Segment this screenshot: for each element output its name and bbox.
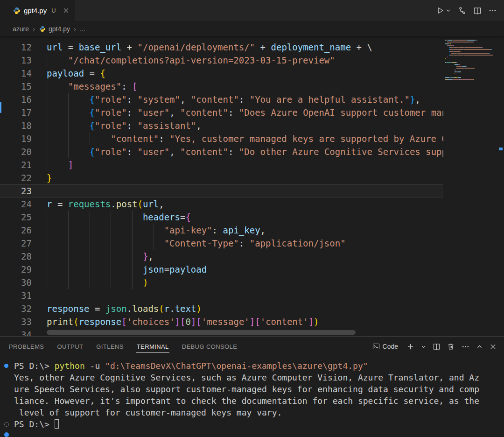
line-content: {"role": "assistant", (47, 119, 443, 132)
code-line[interactable]: 13"/chat/completions?api-version=2023-03… (0, 54, 443, 67)
close-panel-icon[interactable] (490, 343, 497, 350)
panel-tab-output[interactable]: OUTPUT (56, 340, 84, 353)
code-text: {"role": "system", "content": "You are a… (47, 93, 420, 106)
breadcrumb-label: gpt4.py (49, 25, 70, 33)
code-text: headers={ (47, 211, 191, 224)
line-number[interactable]: 20 (0, 145, 32, 158)
line-number[interactable]: 28 (0, 250, 32, 263)
terminal-text: PS D:\> (14, 361, 55, 371)
new-terminal-button[interactable] (407, 343, 414, 350)
panel-more-actions-icon[interactable] (462, 343, 469, 351)
line-number[interactable]: 25 (0, 211, 32, 224)
code-text: "api-key": api_key, (47, 224, 266, 237)
code-text: {"role": "assistant", (47, 119, 202, 132)
line-number[interactable]: 33 (0, 315, 32, 328)
code-line[interactable]: 12url = base_url + "/openai/deployments/… (0, 41, 443, 54)
line-number[interactable]: 12 (0, 41, 32, 54)
code-line[interactable]: 16{"role": "system", "content": "You are… (0, 93, 443, 106)
command-decoration-icon[interactable] (4, 422, 9, 427)
line-number[interactable]: 30 (0, 276, 32, 289)
code-line[interactable]: 33print(response['choices'][0]['message'… (0, 315, 443, 328)
terminal-text: "d:\TeamsDevX\ChatGPT\openai-examples\az… (105, 361, 368, 371)
line-content: {"role": "user", "content": "Does Azure … (47, 106, 443, 119)
close-tab-icon[interactable] (63, 7, 69, 14)
breadcrumb-item[interactable]: gpt4.py (39, 25, 70, 33)
terminal-profile-button[interactable]: Code (372, 343, 398, 350)
terminal-content[interactable]: PS D:\> python -u "d:\TeamsDevX\ChatGPT\… (0, 356, 504, 430)
line-number[interactable]: 21 (0, 158, 32, 171)
code-line[interactable]: 18{"role": "assistant", (0, 119, 443, 132)
code-line[interactable]: 24r = requests.post(url, (0, 197, 443, 211)
breadcrumb-item[interactable]: azure (13, 25, 29, 33)
overview-ruler[interactable] (497, 36, 504, 336)
line-number[interactable]: 24 (0, 197, 32, 211)
code-line[interactable]: 23 (0, 184, 443, 197)
minimap[interactable] (443, 36, 497, 336)
line-number[interactable]: 26 (0, 224, 32, 237)
code-line[interactable]: 28}, (0, 250, 443, 263)
terminal-text: liance. However, it's important to check… (14, 396, 479, 406)
panel-tab-gitlens[interactable]: GITLENS (96, 340, 124, 353)
code-line[interactable]: 20{"role": "user", "content": "Do other … (0, 145, 443, 158)
code-line[interactable]: 26"api-key": api_key, (0, 224, 443, 237)
editor-more-actions-icon[interactable] (489, 7, 497, 14)
code-line[interactable]: 31 (0, 289, 443, 302)
code-line[interactable]: 17{"role": "user", "content": "Does Azur… (0, 106, 443, 119)
line-number[interactable]: 19 (0, 132, 32, 145)
horizontal-scrollbar[interactable] (47, 330, 356, 335)
line-number[interactable]: 34 (0, 328, 32, 336)
line-number[interactable]: 13 (0, 54, 32, 67)
line-number[interactable]: 29 (0, 263, 32, 276)
code-area[interactable]: 12url = base_url + "/openai/deployments/… (0, 36, 443, 336)
run-dropdown-icon[interactable] (446, 8, 451, 13)
code-text: "Content-Type": "application/json" (47, 237, 346, 250)
breadcrumb-label: ... (80, 25, 85, 33)
line-number[interactable]: 15 (0, 80, 32, 93)
code-text: payload = { (47, 67, 105, 80)
split-terminal-icon[interactable] (433, 343, 440, 350)
code-line[interactable]: 25headers={ (0, 211, 443, 224)
terminal-text: PS D:\> (14, 419, 55, 429)
code-line[interactable]: 21] (0, 158, 443, 171)
panel-tab-problems[interactable]: PROBLEMS (8, 340, 44, 353)
line-content: "/chat/completions?api-version=2023-03-1… (47, 54, 443, 67)
line-number[interactable]: 17 (0, 106, 32, 119)
code-line[interactable]: 15"messages": [ (0, 80, 443, 93)
command-decoration-icon[interactable] (4, 364, 8, 368)
line-number[interactable]: 32 (0, 302, 32, 315)
code-text: response = json.loads(r.text) (47, 302, 202, 315)
breadcrumb-item[interactable]: ... (80, 25, 85, 33)
maximize-panel-icon[interactable] (476, 344, 483, 350)
terminal-text: Yes, other Azure Cognitive Services, suc… (14, 373, 479, 382)
line-content: {"role": "system", "content": "You are a… (47, 93, 443, 106)
panel-tab-debug-console[interactable]: DEBUG CONSOLE (182, 340, 238, 353)
kill-terminal-icon[interactable] (447, 343, 455, 350)
code-text: "messages": [ (47, 80, 137, 93)
code-line[interactable]: 30) (0, 276, 443, 289)
panel-tab-terminal[interactable]: TERMINAL (136, 340, 169, 353)
tab-label: gpt4.py (24, 7, 47, 14)
breadcrumb-separator-icon: › (33, 25, 35, 33)
terminal-launch-dropdown-icon[interactable] (421, 344, 426, 349)
code-line[interactable]: 14payload = { (0, 67, 443, 80)
code-line[interactable]: 29json=payload (0, 263, 443, 276)
editor-tab-gpt4py[interactable]: gpt4.py U (0, 0, 75, 21)
line-number[interactable]: 23 (0, 184, 32, 197)
line-content: headers={ (47, 211, 443, 224)
run-python-file-button[interactable] (436, 7, 444, 14)
line-content: }, (47, 250, 443, 263)
code-line[interactable]: 19"content": "Yes, customer managed keys… (0, 132, 443, 145)
line-number[interactable]: 31 (0, 289, 32, 302)
split-editor-icon[interactable] (474, 7, 481, 14)
code-line[interactable]: 27"Content-Type": "application/json" (0, 237, 443, 250)
code-line[interactable]: 32response = json.loads(r.text) (0, 302, 443, 315)
line-number[interactable]: 22 (0, 171, 32, 184)
open-changes-icon[interactable] (458, 7, 466, 14)
terminal-command-decoration-cut (4, 432, 9, 437)
code-line[interactable]: 22} (0, 171, 443, 184)
line-number[interactable]: 16 (0, 93, 32, 106)
line-number[interactable]: 14 (0, 67, 32, 80)
line-content: ] (47, 158, 443, 171)
line-number[interactable]: 18 (0, 119, 32, 132)
line-number[interactable]: 27 (0, 237, 32, 250)
